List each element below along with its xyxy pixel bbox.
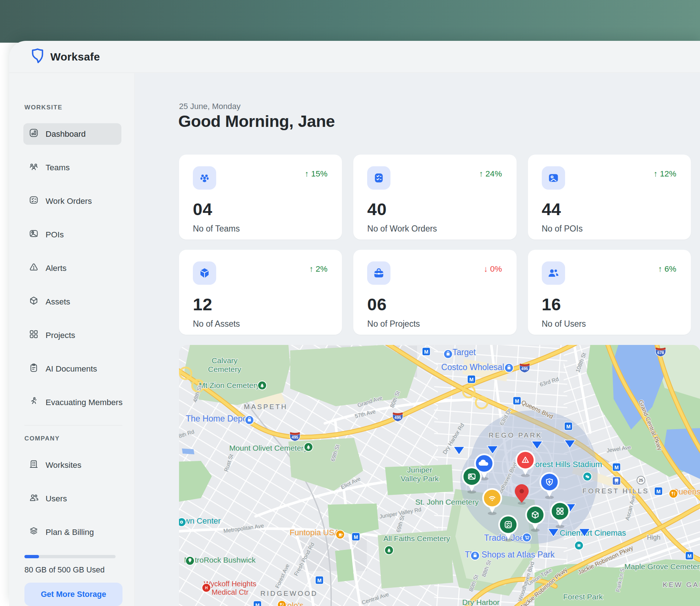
- metro-station-badge[interactable]: M: [315, 576, 323, 584]
- polos-pin[interactable]: [277, 601, 286, 606]
- sidebar-item-users[interactable]: Users: [23, 488, 121, 509]
- dashboard-icon: [29, 128, 39, 140]
- stat-label: No of Assets: [193, 319, 240, 329]
- metro-station-badge[interactable]: M: [564, 422, 572, 430]
- map-label: Forest Park: [563, 593, 603, 601]
- queens-restaurant-pin[interactable]: [669, 489, 678, 498]
- stat-value: 44: [542, 199, 561, 219]
- assets-icon: [29, 296, 39, 308]
- get-more-storage-button[interactable]: Get More Storage: [24, 583, 122, 606]
- top-gradient-band: [0, 0, 700, 43]
- metro-station-badge[interactable]: M: [612, 463, 621, 471]
- sidebar-item-dashboard[interactable]: Dashboard: [23, 123, 121, 145]
- sidebar-item-label: AI Documents: [46, 364, 97, 374]
- stat-value: 06: [367, 294, 386, 314]
- metro-station-badge[interactable]: M: [352, 533, 360, 541]
- stat-delta: ↓ 0%: [484, 264, 502, 274]
- mt-zion-pin[interactable]: [258, 381, 267, 390]
- sidebar-item-alerts[interactable]: Alerts: [23, 257, 121, 279]
- stat-cards-grid: ↑ 15% 04 No of Teams ↑ 24% 40 No of Work…: [179, 155, 691, 335]
- map-label: High: [647, 534, 660, 541]
- map-label: The Home Depot: [186, 414, 250, 423]
- sidebar-item-assets[interactable]: Assets: [23, 291, 121, 312]
- atlas-park-pin[interactable]: [471, 551, 479, 560]
- sidebar-item-label: Worksites: [46, 461, 81, 470]
- stat-delta: ↑ 12%: [653, 169, 676, 179]
- svg-text:M: M: [687, 553, 692, 559]
- svg-text:M: M: [255, 602, 260, 606]
- home-depot-pin[interactable]: [245, 416, 254, 425]
- svg-text:495: 495: [521, 366, 528, 371]
- stat-card-pois: ↑ 12% 44 No of POIs: [528, 155, 691, 240]
- map-label: RIDGEWOOD: [260, 590, 318, 597]
- svg-text:M: M: [354, 534, 358, 540]
- rail-station-badge[interactable]: [612, 477, 621, 485]
- svg-text:M: M: [424, 349, 428, 355]
- sidebar-item-projects[interactable]: Projects: [23, 325, 121, 346]
- svg-text:M: M: [515, 398, 519, 404]
- stat-label: No of Teams: [193, 224, 240, 234]
- work-orders-stat-icon: [367, 166, 390, 190]
- map-label: KEW GARDENS: [663, 581, 700, 588]
- sidebar-item-label: Users: [46, 494, 67, 504]
- sidebar-item-teams[interactable]: Teams: [23, 157, 121, 178]
- target-pin[interactable]: [444, 350, 452, 359]
- stat-value: 12: [193, 294, 212, 314]
- metro-station-badge[interactable]: M: [513, 397, 521, 405]
- sidebar-divider: [24, 425, 122, 426]
- svg-text:M: M: [469, 377, 474, 382]
- company-nav: Worksites Users Plan & Billing: [9, 454, 135, 543]
- stat-card-work-orders: ↑ 24% 40 No of Work Orders: [353, 155, 516, 240]
- sidebar-item-label: Dashboard: [46, 129, 86, 139]
- map-label: Dry Harbor: [462, 598, 500, 606]
- all-faiths-pin[interactable]: [385, 546, 393, 555]
- date-label: 25 June, Monday: [179, 102, 241, 111]
- sidebar-item-ai-documents[interactable]: AI Documents: [23, 358, 121, 380]
- teams-icon: [29, 162, 39, 174]
- evacuating-members-icon: [29, 396, 39, 408]
- stadium-pin[interactable]: [583, 472, 592, 481]
- metro-station-badge[interactable]: M: [422, 347, 430, 356]
- map-label: Funtopia USA: [290, 528, 340, 537]
- sidebar-item-label: Assets: [46, 297, 70, 307]
- metro-station-badge[interactable]: M: [467, 375, 475, 383]
- map-label: Maple Grove Cemetery: [624, 562, 700, 571]
- map-label: Mount Olivet Cemetery: [229, 444, 308, 452]
- cinemart-pin[interactable]: [575, 541, 583, 550]
- map-label: St. John Cemetery: [415, 498, 479, 506]
- metro-station-badge[interactable]: M: [685, 552, 693, 560]
- stat-card-teams: ↑ 15% 04 No of Teams: [179, 155, 342, 240]
- svg-text:M: M: [566, 424, 571, 430]
- metro-station-badge[interactable]: M: [654, 487, 662, 495]
- trader-joes-pin[interactable]: [522, 533, 531, 542]
- funtopia-pin[interactable]: [336, 530, 345, 539]
- sidebar-item-label: Projects: [46, 331, 75, 340]
- svg-text:678: 678: [657, 350, 664, 355]
- sidebar-item-evacuating-members[interactable]: Evacuating Members: [23, 392, 121, 413]
- app-header: Worksafe: [9, 41, 700, 73]
- users-icon: [29, 493, 39, 505]
- sidebar-item-worksites[interactable]: Worksites: [23, 454, 121, 476]
- sidebar: WORKSITE Dashboard Teams Work Orders POI…: [9, 73, 135, 606]
- work-orders-icon: [29, 195, 39, 207]
- worksites-icon: [29, 459, 39, 471]
- stat-value: 16: [542, 294, 561, 314]
- map-canvas[interactable]: MASPETHREGO PARKFOREST HILLSRIDGEWOODKEW…: [179, 345, 700, 606]
- storage-widget: 80 GB of 500 GB Used Get More Storage: [24, 555, 122, 606]
- wyckoff-hospital-pin[interactable]: H: [202, 583, 211, 593]
- sidebar-item-label: Evacuating Members: [46, 398, 122, 407]
- sidebar-section-company: COMPANY: [24, 435, 135, 442]
- sidebar-item-plan-billing[interactable]: Plan & Billing: [23, 521, 121, 543]
- mount-olivet-pin[interactable]: [304, 443, 313, 452]
- costco-pin[interactable]: [505, 364, 513, 373]
- metro-station-badge[interactable]: M: [253, 601, 261, 606]
- sidebar-item-pois[interactable]: POIs: [23, 224, 121, 245]
- worksafe-logo-icon: [30, 48, 45, 66]
- metrorock-pin[interactable]: [186, 556, 194, 566]
- stat-value: 04: [193, 199, 212, 219]
- map-label: Cinemart Cinemas: [560, 528, 626, 537]
- worksite-nav: Dashboard Teams Work Orders POIs Alerts …: [9, 123, 135, 413]
- page-title: Good Morning, Jane: [178, 112, 335, 131]
- sidebar-item-work-orders[interactable]: Work Orders: [23, 190, 121, 212]
- map-label: Target: [452, 347, 476, 357]
